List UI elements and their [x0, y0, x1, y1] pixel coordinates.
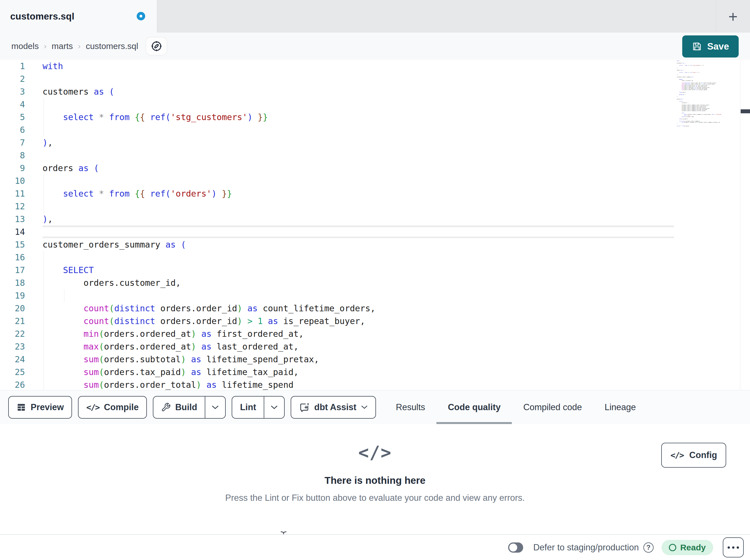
table-icon — [17, 402, 26, 412]
build-split-button: Build — [153, 396, 226, 419]
tab-customers-sql[interactable]: customers.sql — [0, 0, 157, 33]
tab-compiled-code[interactable]: Compiled code — [512, 390, 593, 424]
code-line[interactable]: 1with — [0, 60, 750, 72]
toggle-knob — [509, 544, 517, 552]
code-line[interactable]: 19 — [0, 289, 750, 302]
code-line[interactable]: 10 — [0, 174, 750, 187]
line-number: 24 — [0, 353, 25, 366]
code-lines: 1with23customers as (45 select * from {{… — [0, 60, 750, 390]
help-icon[interactable]: ? — [644, 542, 654, 553]
line-number: 16 — [0, 251, 25, 264]
lint-dropdown-button[interactable] — [264, 397, 284, 418]
line-number: 7 — [0, 136, 25, 149]
code-line[interactable]: 25 sum(orders.tax_paid) as lifetime_tax_… — [0, 366, 750, 378]
line-content: ), — [42, 213, 53, 226]
code-line[interactable]: 7), — [0, 136, 750, 149]
indent-guide — [44, 98, 44, 111]
code-line[interactable]: 11 select * from {{ ref('orders') }} — [0, 187, 750, 200]
line-number: 22 — [0, 328, 25, 340]
defer-toggle[interactable] — [508, 542, 523, 553]
code-line[interactable]: 17 SELECT — [0, 264, 750, 276]
breadcrumb-item-file[interactable]: customers.sql — [86, 41, 138, 51]
line-number: 20 — [0, 302, 25, 315]
compile-button[interactable]: </> Compile — [78, 396, 147, 419]
code-line[interactable]: 14 — [0, 226, 750, 238]
scrollbar-track — [740, 60, 741, 390]
code-line[interactable]: 22 min(orders.ordered_at) as first_order… — [0, 328, 750, 340]
code-line[interactable]: 6 — [0, 124, 750, 136]
preview-button[interactable]: Preview — [8, 396, 72, 419]
code-line[interactable]: 20 count(distinct orders.order_id) as co… — [0, 302, 750, 315]
lint-button[interactable]: Lint — [232, 397, 264, 418]
code-line[interactable]: 8 — [0, 149, 750, 162]
line-content: customers as ( — [42, 85, 114, 98]
minimap[interactable]: with customers as ( select * from {{ ref… — [674, 60, 739, 389]
dbt-copilot-button[interactable] — [145, 37, 167, 56]
indent-guide — [44, 251, 44, 264]
lint-button-label: Lint — [240, 402, 256, 412]
code-line[interactable]: 18 orders.customer_id, — [0, 276, 750, 289]
code-line[interactable]: 12 — [0, 200, 750, 213]
tab-title: customers.sql — [10, 11, 74, 22]
indent-guide — [44, 340, 44, 353]
code-line[interactable]: 4 — [0, 98, 750, 111]
code-line[interactable]: 23 max(orders.ordered_at) as last_ordere… — [0, 340, 750, 353]
line-number: 6 — [0, 124, 25, 136]
build-button[interactable]: Build — [153, 397, 205, 418]
tab-code-quality[interactable]: Code quality — [436, 390, 512, 424]
breadcrumb-item-marts[interactable]: marts — [52, 41, 73, 51]
chevron-down-icon — [212, 405, 219, 410]
code-line[interactable]: 5 select * from {{ ref('stg_customers') … — [0, 111, 750, 124]
line-number: 18 — [0, 276, 25, 289]
scrollbar-thumb[interactable] — [741, 109, 750, 113]
indent-guide — [44, 315, 44, 328]
breadcrumb: models › marts › customers.sql — [11, 41, 138, 51]
assist-chat-sparkle-icon — [299, 402, 310, 413]
code-icon: </> — [86, 402, 99, 412]
breadcrumb-item-models[interactable]: models — [11, 41, 39, 51]
line-content: sum(orders.order_total) as lifetime_spen… — [42, 378, 294, 390]
config-button[interactable]: </> Config — [661, 443, 726, 468]
new-tab-button[interactable]: + — [722, 8, 744, 25]
code-line[interactable]: 24 sum(orders.subtotal) as lifetime_spen… — [0, 353, 750, 366]
minimap-content: with customers as ( select * from {{ ref… — [674, 60, 739, 127]
tab-lineage[interactable]: Lineage — [593, 390, 647, 424]
code-line[interactable]: 15customer_orders_summary as ( — [0, 238, 750, 251]
indent-guide — [44, 366, 44, 378]
breadcrumb-bar: models › marts › customers.sql Save — [0, 33, 750, 60]
dot — [737, 546, 739, 549]
build-button-label: Build — [175, 402, 197, 412]
status-bar: Defer to staging/production ? Ready — [0, 534, 750, 560]
code-line[interactable]: 2 — [0, 72, 750, 85]
tab-results[interactable]: Results — [384, 390, 436, 424]
save-button[interactable]: Save — [682, 36, 739, 58]
line-content: orders.customer_id, — [42, 276, 181, 289]
code-line[interactable]: 13), — [0, 213, 750, 226]
indent-guide — [44, 174, 44, 187]
dot — [728, 546, 730, 549]
indent-guide — [44, 289, 44, 302]
code-line[interactable]: 26 sum(orders.order_total) as lifetime_s… — [0, 378, 750, 390]
code-line[interactable]: 9orders as ( — [0, 162, 750, 174]
indent-guide — [44, 200, 44, 213]
code-quality-panel: </> There is nothing here Press the Lint… — [0, 424, 750, 534]
dbt-assist-button[interactable]: dbt Assist — [291, 396, 376, 419]
dbt-assist-button-label: dbt Assist — [314, 402, 356, 412]
line-number: 10 — [0, 174, 25, 187]
more-options-button[interactable] — [723, 537, 744, 557]
indent-guide — [44, 276, 44, 289]
line-number: 5 — [0, 111, 25, 124]
indent-guide — [44, 378, 44, 390]
line-content: ), — [42, 136, 53, 149]
line-number: 17 — [0, 264, 25, 276]
build-dropdown-button[interactable] — [205, 397, 225, 418]
status-badge-label: Ready — [680, 543, 706, 552]
unsaved-changes-dot-icon — [137, 12, 145, 20]
code-editor[interactable]: 1with23customers as (45 select * from {{… — [0, 60, 750, 390]
defer-label: Defer to staging/production — [533, 542, 639, 553]
code-line[interactable]: 21 count(distinct orders.order_id) > 1 a… — [0, 315, 750, 328]
compile-button-label: Compile — [104, 402, 139, 412]
line-number: 14 — [0, 226, 25, 238]
code-line[interactable]: 3customers as ( — [0, 85, 750, 98]
code-line[interactable]: 16 — [0, 251, 750, 264]
